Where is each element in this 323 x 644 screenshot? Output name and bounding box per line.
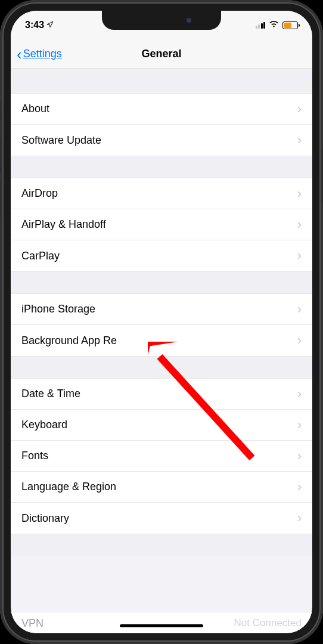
settings-group: Date & Time›Keyboard›Fonts›Language & Re… xyxy=(11,378,312,534)
chevron-right-icon: › xyxy=(297,417,302,433)
row-iphone-storage[interactable]: iPhone Storage› xyxy=(11,294,312,325)
row-dictionary[interactable]: Dictionary› xyxy=(11,503,312,534)
row-background-app-refresh[interactable]: Background App Re› xyxy=(11,325,312,356)
settings-group: iPhone Storage›Background App Re› xyxy=(11,293,312,357)
row-vpn-detail: Not Connected xyxy=(234,617,302,629)
navigation-bar: ‹ Settings General xyxy=(11,39,312,69)
row-vpn-label: VPN xyxy=(21,617,44,630)
settings-group: AirDrop›AirPlay & Handoff›CarPlay› xyxy=(11,178,312,272)
group-separator xyxy=(11,69,312,93)
battery-icon xyxy=(282,21,298,29)
row-label: Keyboard xyxy=(21,419,67,431)
cellular-signal-icon xyxy=(256,22,266,29)
chevron-right-icon: › xyxy=(297,101,302,117)
location-icon xyxy=(46,21,54,30)
row-label: Dictionary xyxy=(21,512,69,525)
group-separator xyxy=(11,357,312,378)
chevron-left-icon: ‹ xyxy=(17,47,22,62)
row-label: AirPlay & Handoff xyxy=(21,218,106,231)
row-vpn-partial[interactable]: VPN Not Connected xyxy=(11,612,312,633)
row-label: CarPlay xyxy=(21,250,60,262)
chevron-right-icon: › xyxy=(297,448,302,464)
row-label: iPhone Storage xyxy=(21,303,95,315)
chevron-right-icon: › xyxy=(297,333,302,348)
chevron-right-icon: › xyxy=(297,510,302,526)
home-indicator[interactable] xyxy=(120,624,203,627)
row-label: Language & Region xyxy=(21,481,116,493)
chevron-right-icon: › xyxy=(297,132,302,148)
row-about[interactable]: About› xyxy=(11,94,312,125)
chevron-right-icon: › xyxy=(297,186,302,202)
chevron-right-icon: › xyxy=(297,217,302,233)
page-title: General xyxy=(141,48,181,60)
row-airplay-handoff[interactable]: AirPlay & Handoff› xyxy=(11,209,312,240)
phone-notch xyxy=(102,11,221,30)
row-label: Fonts xyxy=(21,450,48,462)
row-language-region[interactable]: Language & Region› xyxy=(11,472,312,503)
settings-group: About›Software Update› xyxy=(11,93,312,156)
row-carplay[interactable]: CarPlay› xyxy=(11,240,312,271)
row-label: Background App Re xyxy=(21,335,117,347)
wifi-icon xyxy=(269,20,279,30)
status-time: 3:43 xyxy=(25,20,44,30)
chevron-right-icon: › xyxy=(297,479,302,495)
chevron-right-icon: › xyxy=(297,248,302,264)
row-label: Date & Time xyxy=(21,388,80,400)
chevron-right-icon: › xyxy=(297,302,302,317)
row-fonts[interactable]: Fonts› xyxy=(11,441,312,472)
row-label: About xyxy=(21,103,49,115)
row-label: Software Update xyxy=(21,134,101,147)
row-date-time[interactable]: Date & Time› xyxy=(11,379,312,410)
group-separator xyxy=(11,156,312,178)
group-separator xyxy=(11,534,312,556)
group-separator xyxy=(11,272,312,293)
back-button[interactable]: ‹ Settings xyxy=(11,47,62,62)
row-software-update[interactable]: Software Update› xyxy=(11,125,312,156)
row-airdrop[interactable]: AirDrop› xyxy=(11,178,312,209)
back-label: Settings xyxy=(23,48,62,60)
row-keyboard[interactable]: Keyboard› xyxy=(11,410,312,441)
row-label: AirDrop xyxy=(21,187,58,200)
settings-content: About›Software Update›AirDrop›AirPlay & … xyxy=(11,69,312,556)
chevron-right-icon: › xyxy=(297,386,302,402)
